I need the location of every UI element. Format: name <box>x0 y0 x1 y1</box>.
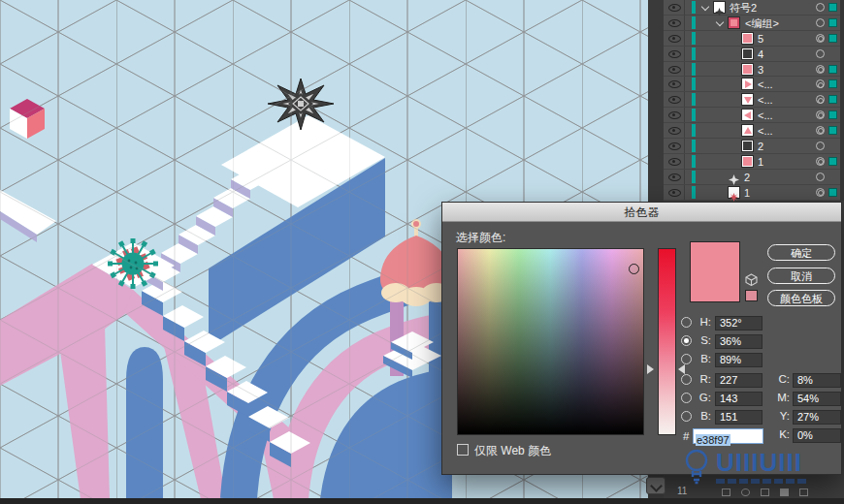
visibility-eye-icon[interactable] <box>668 4 681 12</box>
layer-name[interactable]: 2 <box>758 140 763 153</box>
target-circle-icon[interactable] <box>816 95 825 104</box>
layer-name[interactable]: 2 <box>744 171 750 184</box>
window-icon[interactable] <box>761 488 769 496</box>
visibility-eye-icon[interactable] <box>668 35 681 43</box>
input-g[interactable]: 143 <box>715 392 763 406</box>
spectrum-slider[interactable] <box>658 248 676 435</box>
layer-row[interactable]: 1 <box>664 185 844 201</box>
slider-arrow-left-icon[interactable] <box>647 364 654 374</box>
target-circle-icon[interactable] <box>816 3 825 12</box>
visibility-eye-icon[interactable] <box>668 111 681 119</box>
visibility-eye-icon[interactable] <box>668 173 681 181</box>
layer-row[interactable]: 4 <box>664 47 844 62</box>
layer-name[interactable]: <... <box>758 78 773 91</box>
cancel-button[interactable]: 取消 <box>767 268 835 284</box>
collapse-chevron-button[interactable] <box>646 477 665 494</box>
layer-row[interactable]: 2 <box>664 170 844 185</box>
radio-r[interactable] <box>681 374 692 385</box>
search-icon[interactable] <box>741 488 750 496</box>
layer-name[interactable]: 3 <box>758 63 763 77</box>
target-circle-icon[interactable] <box>816 157 825 166</box>
screen-mode-icon[interactable] <box>780 488 789 496</box>
layer-row[interactable]: 3 <box>664 62 844 78</box>
target-circle-icon[interactable] <box>816 188 825 197</box>
input-s[interactable]: 36% <box>715 334 763 349</box>
target-circle-icon[interactable] <box>816 49 825 58</box>
radio-s[interactable] <box>681 335 692 346</box>
layer-row-symbol2[interactable]: 符号2 <box>664 0 844 16</box>
selection-square-icon[interactable] <box>828 18 837 27</box>
layer-name[interactable]: 符号2 <box>730 1 757 15</box>
layer-name[interactable]: <... <box>758 109 773 122</box>
layer-name[interactable]: <编组> <box>745 16 779 30</box>
visibility-eye-icon[interactable] <box>668 189 681 197</box>
selection-square-icon[interactable] <box>828 3 837 12</box>
layer-row[interactable]: 2 <box>664 139 844 154</box>
selection-square-icon[interactable] <box>828 110 837 119</box>
layer-name[interactable]: 1 <box>744 186 750 200</box>
out-of-web-gamut-cube-icon[interactable] <box>745 272 758 290</box>
chevron-down-icon[interactable] <box>702 4 709 11</box>
input-m[interactable]: 54% <box>793 392 841 406</box>
input-b[interactable]: 89% <box>715 353 763 367</box>
chevron-down-icon[interactable] <box>717 19 724 26</box>
layers-scrollbar[interactable] <box>840 0 844 201</box>
target-circle-icon[interactable] <box>816 126 825 135</box>
target-circle-icon[interactable] <box>816 65 825 74</box>
layer-row[interactable]: <... <box>664 123 844 139</box>
visibility-eye-icon[interactable] <box>668 80 681 88</box>
color-swatches-button[interactable]: 颜色色板 <box>767 290 835 306</box>
layer-name[interactable]: 1 <box>758 155 763 169</box>
dialog-titlebar[interactable]: 拾色器 <box>442 203 841 222</box>
layer-name[interactable]: <... <box>758 93 773 107</box>
target-circle-icon[interactable] <box>816 79 825 88</box>
layer-name[interactable]: 5 <box>758 32 763 46</box>
input-y[interactable]: 27% <box>793 410 841 425</box>
layer-row[interactable]: 1 <box>664 154 844 170</box>
trash-icon[interactable] <box>799 488 808 496</box>
color-field[interactable] <box>457 248 644 435</box>
layer-name[interactable]: <... <box>758 124 773 138</box>
ok-button[interactable]: 确定 <box>767 244 835 261</box>
selection-square-icon[interactable] <box>828 188 837 197</box>
radio-h[interactable] <box>681 317 692 328</box>
input-r[interactable]: 227 <box>715 373 763 388</box>
input-b2[interactable]: 151 <box>715 410 763 425</box>
radio-b2[interactable] <box>681 411 692 422</box>
color-field-marker[interactable] <box>629 264 639 274</box>
selection-square-icon[interactable] <box>828 79 837 88</box>
visibility-eye-icon[interactable] <box>668 19 681 27</box>
selection-square-icon[interactable] <box>828 126 837 135</box>
layer-name[interactable]: 4 <box>758 47 763 61</box>
selection-square-icon[interactable] <box>828 34 837 43</box>
resize-icon[interactable] <box>722 488 730 496</box>
hex-input[interactable]: e38f97 <box>693 428 763 444</box>
radio-g[interactable] <box>681 393 692 403</box>
radio-b[interactable] <box>681 354 692 364</box>
target-circle-icon[interactable] <box>816 142 825 150</box>
web-safe-color-swatch[interactable] <box>745 290 758 301</box>
visibility-eye-icon[interactable] <box>668 96 681 104</box>
target-circle-icon[interactable] <box>816 110 825 119</box>
visibility-eye-icon[interactable] <box>668 50 681 58</box>
visibility-eye-icon[interactable] <box>668 66 681 74</box>
slider-arrow-right-icon[interactable] <box>678 364 685 374</box>
target-circle-icon[interactable] <box>816 18 825 27</box>
input-c[interactable]: 8% <box>793 373 841 388</box>
visibility-eye-icon[interactable] <box>668 127 681 135</box>
input-h[interactable]: 352° <box>715 316 763 331</box>
visibility-eye-icon[interactable] <box>668 142 681 150</box>
visibility-eye-icon[interactable] <box>668 158 681 166</box>
layer-row[interactable]: <... <box>664 108 844 123</box>
selection-square-icon[interactable] <box>828 157 837 166</box>
layer-row[interactable]: 5 <box>664 31 844 47</box>
web-colors-checkbox[interactable] <box>457 444 469 456</box>
layer-row[interactable]: <... <box>664 77 844 92</box>
target-circle-icon[interactable] <box>816 173 825 181</box>
layer-row[interactable]: <... <box>664 92 844 108</box>
layer-row-group[interactable]: <编组> <box>664 16 844 31</box>
selection-square-icon[interactable] <box>828 95 837 104</box>
input-k[interactable]: 0% <box>793 428 841 443</box>
target-circle-icon[interactable] <box>816 34 825 43</box>
selection-square-icon[interactable] <box>828 65 837 74</box>
